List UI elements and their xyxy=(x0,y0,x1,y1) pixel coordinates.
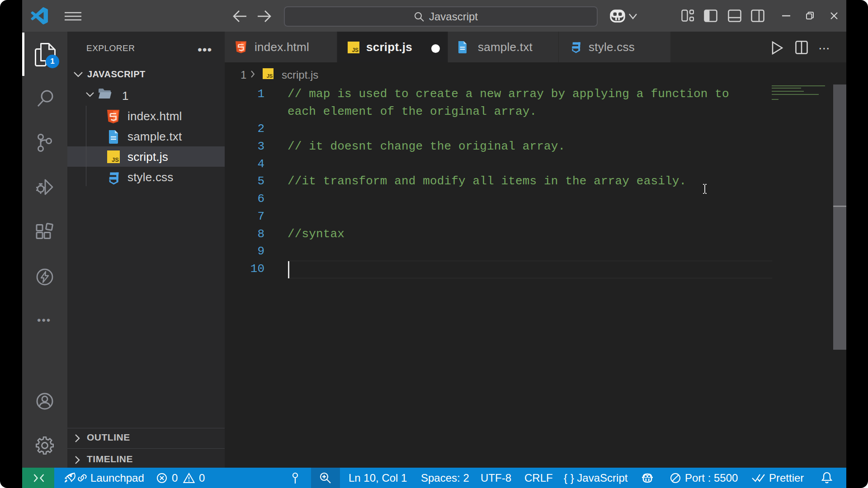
svg-text:JS: JS xyxy=(267,73,273,79)
svg-text:JS: JS xyxy=(352,47,359,53)
svg-text:JS: JS xyxy=(112,156,119,163)
